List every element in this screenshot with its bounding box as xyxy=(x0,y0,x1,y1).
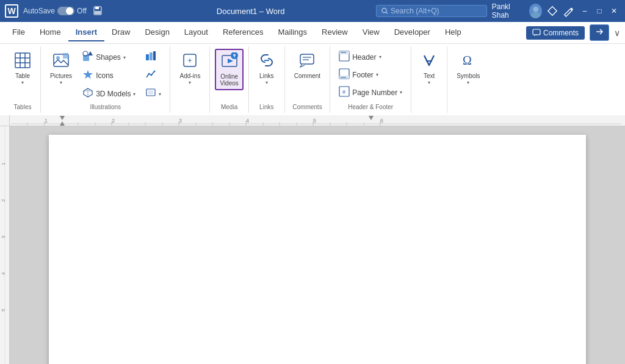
tab-help[interactable]: Help xyxy=(438,24,469,41)
online-videos-button[interactable]: OnlineVideos xyxy=(215,49,243,90)
header-footer-col: Header ▾ Footer ▾ xyxy=(335,49,406,101)
tab-view[interactable]: View xyxy=(355,24,387,41)
chart-button[interactable] xyxy=(142,67,165,84)
smartart-icon xyxy=(145,51,156,64)
tab-home[interactable]: Home xyxy=(32,24,68,41)
header-icon xyxy=(339,51,350,63)
comment-button[interactable]: Comment xyxy=(290,49,325,83)
symbols-button[interactable]: Ω Symbols ▾ xyxy=(452,49,484,88)
pictures-button[interactable]: Pictures ▾ xyxy=(46,49,76,88)
ribbon-group-media: OnlineVideos Media xyxy=(210,46,248,113)
ribbon-content: Table ▾ Tables xyxy=(0,44,625,115)
tab-references[interactable]: References xyxy=(215,24,270,41)
document-area: 1 2 3 4 5 6 xyxy=(0,115,625,364)
svg-rect-1 xyxy=(95,7,99,9)
svg-text:#: # xyxy=(342,89,345,95)
ribbon-more-button[interactable]: ∨ xyxy=(614,28,620,38)
svg-marker-80 xyxy=(369,116,374,120)
svg-point-3 xyxy=(382,8,386,12)
tab-design[interactable]: Design xyxy=(137,24,176,41)
ribbon-group-tables: Table ▾ Tables xyxy=(5,46,41,113)
document-page xyxy=(49,135,586,364)
icons-icon xyxy=(82,69,93,82)
ruler-vertical: 1 2 3 4 5 xyxy=(0,126,10,364)
diamond-icon[interactable] xyxy=(547,5,558,17)
icons-button[interactable]: Icons xyxy=(79,67,139,84)
ribbon: File Home Insert Draw Design Layout Refe… xyxy=(0,22,625,115)
ruler-corner xyxy=(0,115,10,126)
search-box[interactable] xyxy=(376,5,487,17)
smartart-button[interactable] xyxy=(142,49,165,66)
3dmodels-icon xyxy=(82,87,93,101)
minimize-button[interactable]: – xyxy=(579,5,591,17)
close-button[interactable]: ✕ xyxy=(608,5,620,17)
illustrations-col1: Shapes ▾ Icons xyxy=(79,49,139,102)
header-button[interactable]: Header ▾ xyxy=(335,49,406,65)
title-bar-right: Pankl Shah – □ ✕ xyxy=(376,2,620,20)
page-number-button[interactable]: # Page Number ▾ xyxy=(335,84,406,101)
svg-text:5: 5 xyxy=(313,118,316,124)
restore-button[interactable]: □ xyxy=(593,5,605,17)
search-input[interactable] xyxy=(391,7,482,15)
page-number-icon: # xyxy=(339,86,350,99)
svg-text:6: 6 xyxy=(380,118,383,124)
pictures-icon xyxy=(52,52,70,71)
svg-rect-36 xyxy=(300,54,314,64)
addins-icon xyxy=(181,52,198,71)
pen-icon[interactable] xyxy=(563,5,574,17)
autosave-toggle[interactable] xyxy=(57,7,74,15)
tab-insert[interactable]: Insert xyxy=(68,24,104,41)
shapes-icon xyxy=(82,51,93,64)
svg-rect-21 xyxy=(146,54,149,60)
footer-icon xyxy=(339,68,350,81)
svg-marker-18 xyxy=(88,51,93,55)
doc-scroll[interactable] xyxy=(10,126,625,364)
svg-text:2: 2 xyxy=(1,199,6,202)
shapes-button[interactable]: Shapes ▾ xyxy=(79,49,139,66)
svg-marker-20 xyxy=(83,70,93,79)
svg-point-26 xyxy=(154,71,156,73)
links-button[interactable]: Links ▾ xyxy=(254,49,280,88)
ruler-marks: 1 2 3 4 5 6 xyxy=(11,115,624,126)
screenshot-button[interactable]: ▾ xyxy=(142,85,165,102)
doc-main: 1 2 3 4 5 xyxy=(0,126,625,364)
svg-text:2: 2 xyxy=(112,118,115,124)
ribbon-tabs: File Home Insert Draw Design Layout Refe… xyxy=(0,22,625,44)
table-icon xyxy=(14,52,31,71)
comments-button[interactable]: Comments xyxy=(526,26,585,40)
symbols-icon: Ω xyxy=(460,52,477,71)
tab-draw[interactable]: Draw xyxy=(104,24,137,41)
ribbon-group-text: Text ▾ xyxy=(411,46,447,113)
text-button[interactable]: Text ▾ xyxy=(416,49,442,88)
svg-rect-28 xyxy=(148,90,153,95)
addins-button[interactable]: Add-ins ▾ xyxy=(175,49,204,88)
save-button[interactable] xyxy=(92,5,104,17)
tab-file[interactable]: File xyxy=(5,24,32,41)
footer-button[interactable]: Footer ▾ xyxy=(335,66,406,83)
svg-point-31 xyxy=(189,60,191,62)
tab-mailings[interactable]: Mailings xyxy=(270,24,314,41)
share-button[interactable] xyxy=(590,24,609,41)
tab-layout[interactable]: Layout xyxy=(177,24,215,41)
ribbon-group-illustrations: Pictures ▾ Shapes ▾ xyxy=(41,46,170,113)
comment-icon xyxy=(298,52,316,71)
word-icon: W xyxy=(5,4,18,18)
svg-rect-23 xyxy=(153,51,156,60)
title-bar-left: W AutoSave Off xyxy=(5,4,125,18)
svg-rect-16 xyxy=(63,53,68,59)
links-icon xyxy=(258,52,275,71)
table-button[interactable]: Table ▾ xyxy=(10,49,35,88)
svg-text:Ω: Ω xyxy=(463,54,472,67)
illustrations-col2: ▾ xyxy=(142,49,165,102)
svg-point-25 xyxy=(151,74,153,76)
ribbon-group-comments: Comment Comments xyxy=(285,46,330,113)
ruler-row: 1 2 3 4 5 6 xyxy=(0,115,625,126)
svg-point-24 xyxy=(148,73,150,75)
screenshot-icon xyxy=(145,87,156,101)
svg-text:4: 4 xyxy=(1,272,6,275)
tab-developer[interactable]: Developer xyxy=(387,24,438,41)
svg-text:1: 1 xyxy=(45,118,48,124)
tab-review[interactable]: Review xyxy=(314,24,355,41)
svg-line-4 xyxy=(386,12,388,14)
3dmodels-button[interactable]: 3D Models ▾ xyxy=(79,85,139,102)
